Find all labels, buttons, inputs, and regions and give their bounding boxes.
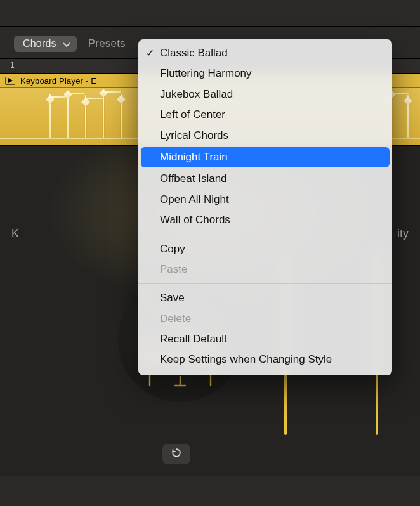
preset-popup-menu: Classic BalladFluttering HarmonyJukebox … bbox=[138, 39, 392, 375]
menu-item[interactable]: Jukebox Ballad bbox=[138, 84, 392, 105]
menu-item-label: Offbeat Island bbox=[160, 172, 227, 185]
menu-item-label: Lyrical Chords bbox=[160, 129, 228, 141]
reset-button[interactable] bbox=[162, 444, 190, 464]
menu-item-label: Midnight Train bbox=[160, 151, 228, 163]
menu-item-label: Paste bbox=[160, 263, 187, 275]
menu-item-label: Classic Ballad bbox=[160, 47, 228, 59]
menu-item[interactable]: Open All Night bbox=[138, 190, 392, 210]
menu-item-label: Save bbox=[160, 292, 185, 304]
menu-item-label: Recall Default bbox=[160, 333, 227, 345]
window-chrome bbox=[0, 0, 420, 27]
chords-button-label: Chords bbox=[23, 38, 56, 49]
menu-separator bbox=[138, 235, 392, 235]
play-icon bbox=[5, 77, 15, 85]
menu-item[interactable]: Recall Default bbox=[138, 329, 392, 349]
panel-left-label-fragment: K bbox=[11, 227, 19, 240]
chevron-down-icon bbox=[63, 40, 70, 48]
menu-actions-group-2: SaveDeleteRecall DefaultKeep Settings wh… bbox=[138, 288, 392, 370]
menu-item-label: Left of Center bbox=[160, 108, 225, 120]
menu-item-label: Keep Settings when Changing Style bbox=[160, 353, 332, 365]
menu-item[interactable]: Left of Center bbox=[138, 105, 392, 125]
preset-list: Classic BalladFluttering HarmonyJukebox … bbox=[138, 43, 392, 231]
menu-item[interactable]: Copy bbox=[138, 239, 392, 259]
menu-item[interactable]: Fluttering Harmony bbox=[138, 63, 392, 84]
menu-item[interactable]: Midnight Train bbox=[141, 147, 390, 167]
menu-separator bbox=[138, 283, 392, 284]
menu-item[interactable]: Offbeat Island bbox=[138, 169, 392, 189]
menu-item-label: Wall of Chords bbox=[160, 214, 230, 226]
menu-item: Paste bbox=[138, 259, 392, 280]
menu-item-label: Open All Night bbox=[160, 193, 229, 205]
menu-item: Delete bbox=[138, 309, 392, 329]
menu-item-label: Copy bbox=[160, 243, 185, 255]
menu-item-label: Jukebox Ballad bbox=[160, 88, 233, 100]
track-region-title: Keyboard Player - E bbox=[20, 76, 96, 86]
menu-item[interactable]: Classic Ballad bbox=[138, 43, 392, 63]
menu-item[interactable]: Lyrical Chords bbox=[138, 126, 392, 146]
menu-item[interactable]: Save bbox=[138, 288, 392, 308]
menu-item-label: Fluttering Harmony bbox=[160, 67, 252, 79]
ruler-marker-1: 1 bbox=[10, 61, 15, 70]
menu-item[interactable]: Wall of Chords bbox=[138, 210, 392, 230]
presets-label: Presets bbox=[88, 37, 126, 50]
menu-item[interactable]: Keep Settings when Changing Style bbox=[138, 349, 392, 370]
chords-dropdown-button[interactable]: Chords bbox=[14, 36, 77, 52]
menu-actions-group-1: CopyPaste bbox=[138, 239, 392, 280]
refresh-icon bbox=[171, 447, 182, 461]
menu-item-label: Delete bbox=[160, 313, 191, 325]
panel-right-label-fragment: ity bbox=[397, 227, 409, 240]
